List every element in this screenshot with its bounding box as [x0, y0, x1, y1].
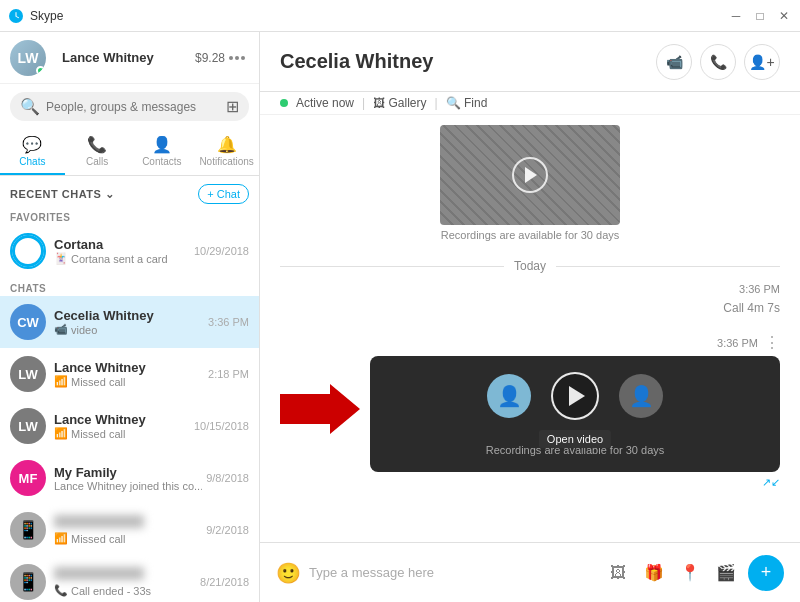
profile-name: Lance Whitney — [62, 50, 191, 65]
call-time: 3:36 PM — [739, 283, 780, 295]
list-item[interactable]: 📱 📞 Call ended - 33s 8/21/2018 — [0, 556, 259, 602]
chat-time: 9/2/2018 — [206, 524, 249, 536]
voice-call-button[interactable]: 📞 — [700, 44, 736, 80]
chat-info: Cortana 🃏 Cortana sent a card — [54, 237, 190, 265]
more-options-button[interactable] — [225, 52, 249, 64]
video-thumbnail[interactable] — [440, 125, 620, 225]
find-link[interactable]: 🔍 Find — [446, 96, 488, 110]
titlebar: Skype ─ □ ✕ — [0, 0, 800, 32]
send-button[interactable]: + — [748, 555, 784, 591]
chat-preview: 📶 Missed call — [54, 532, 202, 545]
recording-note: Recordings are available for 30 days — [441, 229, 620, 241]
more-options-icon[interactable]: ⋮ — [764, 333, 780, 352]
card-icon: 🃏 — [54, 252, 68, 265]
blurred-name — [54, 567, 144, 580]
phone-icon: 📞 — [54, 584, 68, 597]
list-item[interactable]: Cortana 🃏 Cortana sent a card 10/29/2018 — [0, 225, 259, 277]
chat-preview: 🃏 Cortana sent a card — [54, 252, 190, 265]
user-avatar: LW — [10, 40, 46, 76]
tab-contacts-label: Contacts — [142, 156, 181, 167]
tab-contacts[interactable]: 👤 Contacts — [130, 129, 195, 175]
video-play-button[interactable] — [551, 372, 599, 420]
chevron-down-icon: ⌄ — [105, 188, 115, 201]
wifi-icon: 📶 — [54, 532, 68, 545]
chat-time: 10/29/2018 — [194, 245, 249, 257]
nav-tabs: 💬 Chats 📞 Calls 👤 Contacts 🔔 Notificatio… — [0, 129, 259, 176]
close-button[interactable]: ✕ — [776, 8, 792, 24]
profile-row: LW Lance Whitney $9.28 — [0, 32, 259, 84]
chat-name: Cecelia Whitney — [54, 308, 204, 323]
gift-button[interactable]: 🎁 — [640, 559, 668, 587]
image-button[interactable]: 🖼 — [604, 559, 632, 587]
chat-name: My Family — [54, 465, 202, 480]
list-item[interactable]: LW Lance Whitney 📶 Missed call 2:18 PM — [0, 348, 259, 400]
chat-preview: 📞 Call ended - 33s — [54, 584, 196, 597]
active-status: Active now — [296, 96, 354, 110]
new-chat-button[interactable]: + Chat — [198, 184, 249, 204]
chat-preview: 📹 video — [54, 323, 204, 336]
chat-contact-name: Cecelia Whitney — [280, 50, 656, 73]
chat-name: Lance Whitney — [54, 360, 204, 375]
add-person-button[interactable]: 👤+ — [744, 44, 780, 80]
search-input[interactable] — [46, 100, 218, 114]
video-timestamp: 3:36 PM — [717, 337, 758, 349]
status-bar: Active now | 🖼 Gallery | 🔍 Find — [260, 92, 800, 115]
skype-icon — [8, 8, 24, 24]
list-item[interactable]: 📱 📶 Missed call 9/2/2018 — [0, 504, 259, 556]
notifications-icon: 🔔 — [217, 135, 237, 154]
message-input-row: 🙂 🖼 🎁 📍 🎬 + — [260, 542, 800, 602]
chat-name: Cortana — [54, 237, 190, 252]
tab-chats-label: Chats — [19, 156, 45, 167]
list-item[interactable]: CW Cecelia Whitney 📹 video 3:36 PM — [0, 296, 259, 348]
chats-header: CHATS — [0, 277, 259, 296]
today-label: Today — [514, 259, 546, 273]
chat-time: 9/8/2018 — [206, 472, 249, 484]
location-button[interactable]: 📍 — [676, 559, 704, 587]
avatar — [10, 233, 46, 269]
search-row: 🔍 ⊞ — [0, 84, 259, 129]
wifi-icon: 📶 — [54, 375, 68, 388]
header-actions: 📹 📞 👤+ — [656, 44, 780, 80]
chat-info: Cecelia Whitney 📹 video — [54, 308, 204, 336]
chat-time: 3:36 PM — [208, 316, 249, 328]
chat-time: 10/15/2018 — [194, 420, 249, 432]
video-block: 👤 Open video — [370, 356, 780, 472]
avatar: LW — [10, 356, 46, 392]
tab-calls[interactable]: 📞 Calls — [65, 129, 130, 175]
message-input[interactable] — [309, 565, 596, 580]
play-button-icon[interactable] — [512, 157, 548, 193]
status-indicator — [36, 66, 45, 75]
video-call-button[interactable]: 📹 — [656, 44, 692, 80]
chat-info: Lance Whitney 📶 Missed call — [54, 412, 190, 440]
avatar: CW — [10, 304, 46, 340]
avatar: 📱 — [10, 564, 46, 600]
tab-notifications[interactable]: 🔔 Notifications — [194, 129, 259, 175]
list-item[interactable]: MF My Family Lance Whitney joined this c… — [0, 452, 259, 504]
chat-info: 📶 Missed call — [54, 515, 202, 545]
search-box: 🔍 ⊞ — [10, 92, 249, 121]
grid-button[interactable]: ⊞ — [226, 97, 239, 116]
minimize-button[interactable]: ─ — [728, 8, 744, 24]
app-title: Skype — [30, 9, 728, 23]
messages-area: Recordings are available for 30 days Tod… — [260, 115, 800, 542]
svg-marker-1 — [280, 384, 360, 434]
maximize-button[interactable]: □ — [752, 8, 768, 24]
tab-chats[interactable]: 💬 Chats — [0, 129, 65, 175]
chat-info: My Family Lance Whitney joined this co..… — [54, 465, 202, 492]
avatar: MF — [10, 460, 46, 496]
gallery-link[interactable]: 🖼 Gallery — [373, 96, 426, 110]
list-item[interactable]: LW Lance Whitney 📶 Missed call 10/15/201… — [0, 400, 259, 452]
video-message-button[interactable]: 🎬 — [712, 559, 740, 587]
blurred-name — [54, 515, 144, 528]
expand-button[interactable]: ↗↙ — [762, 476, 780, 489]
participant-avatar-1: 👤 — [487, 374, 531, 418]
emoji-button[interactable]: 🙂 — [276, 561, 301, 585]
call-duration: Call 4m 7s — [723, 301, 780, 315]
chat-list: FAVORITES Cortana 🃏 Cortana sent a card … — [0, 208, 259, 602]
red-arrow-indicator — [280, 384, 360, 434]
avatar: LW — [10, 408, 46, 444]
chat-info: 📞 Call ended - 33s — [54, 567, 196, 597]
recent-chats-label[interactable]: RECENT CHATS ⌄ — [10, 188, 115, 201]
chat-preview: Lance Whitney joined this co... — [54, 480, 202, 492]
chat-time: 2:18 PM — [208, 368, 249, 380]
